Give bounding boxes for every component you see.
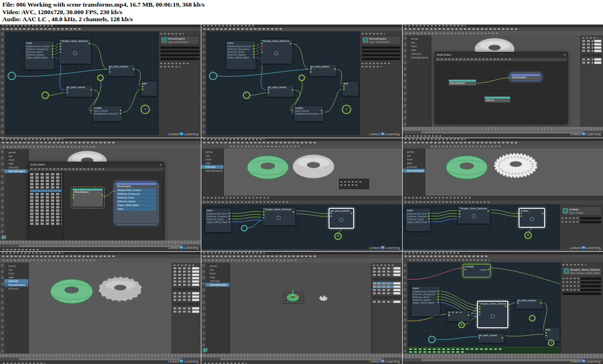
attribute-row <box>30 180 62 182</box>
port-row <box>517 302 542 305</box>
node-icon <box>472 214 476 218</box>
toolbar-icons <box>31 168 106 170</box>
port-label: Displacement_Amount <box>295 112 320 115</box>
watermark-learning: Learning <box>184 132 198 136</box>
tool-column <box>0 263 4 354</box>
outliner-item-selected: bifrostGraph1 <box>403 169 425 173</box>
port-dot <box>133 68 134 70</box>
node-get-point-normal: get_point_normal <box>266 85 295 97</box>
thumb-5-toruses-and-graph: persp top front side pTorus1 bifrostGrap… <box>201 138 402 251</box>
value-node-circle <box>298 74 305 81</box>
panel-header-text <box>362 33 385 34</box>
node-icon <box>339 217 344 222</box>
titlebar-text <box>203 25 255 26</box>
tool-column <box>201 263 206 354</box>
port-dot <box>438 299 439 300</box>
node-editor-title: Node Editor <box>30 163 158 166</box>
port-dot <box>428 218 430 220</box>
port-label: Object_World_Matrix <box>413 301 437 304</box>
graph-toolbar-icons <box>409 259 489 261</box>
channel-section-header <box>582 54 602 57</box>
titlebar-text <box>2 139 63 140</box>
node-icon <box>491 314 495 318</box>
port-dot <box>479 306 480 307</box>
graph-tool-column <box>201 31 206 138</box>
linkedin-learning-watermark: LinkedinLearning <box>570 359 601 364</box>
maya-logo: M <box>2 235 6 240</box>
channel-row <box>582 50 602 52</box>
port-dot <box>487 269 489 270</box>
attribute-row-highlighted: Deformer_Speed <box>116 200 156 203</box>
watermark-learning: Learning <box>184 359 198 364</box>
connection-wires <box>435 61 567 123</box>
node-info-text: multiply Type: multiply <box>569 208 584 214</box>
outliner-item: side <box>407 48 431 52</box>
outliner-panel: persp top front side pTorus1 bifrostGrap… <box>4 263 29 354</box>
range-bar <box>421 359 584 361</box>
linkedin-learning-watermark: LinkedinLearning <box>168 359 198 364</box>
graph-tool-column <box>403 262 407 354</box>
node-ptorus-shape-selected: pTorusShape1 <box>72 188 103 207</box>
outliner-item-selected: bifrostGraph1 <box>206 283 230 287</box>
watermark-linked: Linked <box>168 246 179 250</box>
file-info-header: File: 006 Working with scene transforms.… <box>0 0 603 25</box>
graph-editor-toolbar <box>201 200 402 204</box>
close-icon: ✕ <box>563 53 566 57</box>
port-dot <box>459 213 460 215</box>
menu-items <box>203 142 316 143</box>
port-dot <box>321 113 322 114</box>
noisy-gray-blob <box>318 294 329 302</box>
outliner-item: pTorus1 <box>407 52 431 56</box>
attribute-row <box>30 173 62 175</box>
channel-box <box>580 35 603 127</box>
shelf-icons <box>405 33 500 34</box>
menubar <box>201 141 402 145</box>
green-torus <box>50 278 94 305</box>
channel-box-header <box>373 265 396 266</box>
outliner-item: persp <box>407 37 431 41</box>
node-title: input <box>207 209 230 212</box>
menubar <box>0 141 201 145</box>
node-ptorus: pTorus1 <box>484 96 511 103</box>
node-simplex-noise-deformer: * Simplex_Noise_Deformer <box>262 207 296 226</box>
outliner-item: front <box>4 272 28 275</box>
attribute-row-highlighted: Object_World_Matrix <box>116 204 156 207</box>
graph-toolbar-icons <box>203 201 288 203</box>
value-field <box>580 277 602 280</box>
port-row <box>73 197 103 199</box>
graph-editor-title-text <box>203 197 269 199</box>
port-dot <box>52 48 53 50</box>
node-type: Type: multiply <box>569 211 584 214</box>
port-dot <box>545 335 547 336</box>
node-get-point-normal: get_point_normal <box>65 85 93 97</box>
node-name: pTorusShape1 <box>73 190 103 194</box>
graph-editor-toolbar <box>403 258 603 262</box>
time-slider <box>0 240 201 244</box>
menu-items <box>405 142 518 143</box>
channel-row <box>582 61 602 64</box>
channel-row <box>173 295 199 298</box>
channel-section-header <box>372 278 401 281</box>
node-get-point-normal: get_point_normal <box>477 333 504 343</box>
outliner-item: pTorus1 <box>4 165 28 169</box>
command-line-text <box>405 135 443 137</box>
value-node-circle <box>243 91 250 99</box>
range-bar <box>19 358 182 360</box>
port-dot <box>229 218 230 220</box>
port-dot <box>91 89 92 91</box>
attribute-row <box>30 213 62 215</box>
port-dot <box>438 296 439 298</box>
port-dot <box>120 110 121 111</box>
parameter-row <box>562 289 602 291</box>
port-dot <box>502 337 503 339</box>
outliner-item: persp <box>4 264 28 268</box>
node-simplex-noise-deformer: * Simplex_Noise_Deformer <box>260 39 293 64</box>
outliner-item: front <box>201 157 223 161</box>
deformed-gray-torus <box>97 275 144 303</box>
node-title: add <box>343 82 357 85</box>
titlebar-text <box>203 252 264 254</box>
bifrost-graph-canvas: input Displacement_Amount Deformer_Frequ… <box>5 31 158 135</box>
bifrost-graph-canvas: input Displacement_Amount Deformer_Frequ… <box>201 204 402 249</box>
parameter-label <box>562 289 579 290</box>
port-row <box>448 314 469 317</box>
